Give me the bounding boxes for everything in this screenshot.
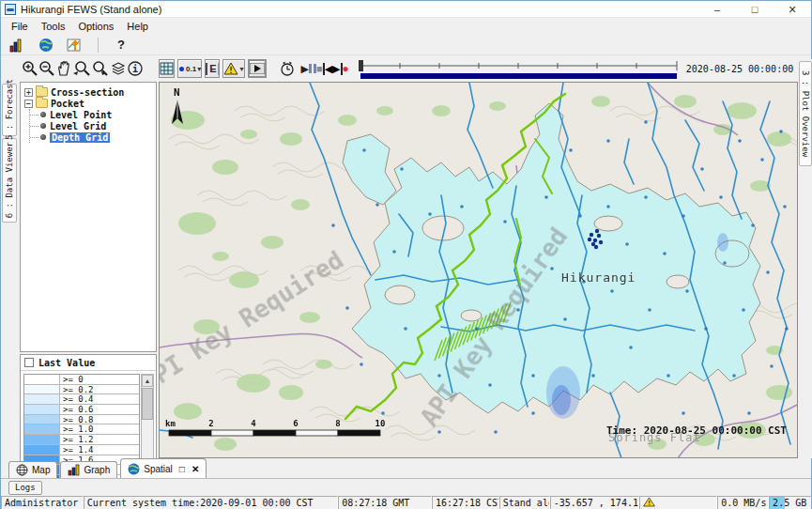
tab-forecast[interactable]: 5 : Forecast (2, 84, 17, 136)
menu-help[interactable]: Help (120, 19, 155, 34)
tree-node-pocket[interactable]: − Pocket (21, 98, 156, 109)
minimize-button[interactable]: – (698, 1, 736, 17)
legend-row: >= 1.2 (24, 435, 139, 445)
collapse-icon[interactable]: − (24, 100, 33, 108)
svg-text:!: ! (229, 66, 234, 75)
menu-file[interactable]: File (5, 19, 35, 34)
legend-color-swatch (24, 435, 60, 444)
legend-color-swatch (24, 405, 60, 414)
tab-close-icon[interactable]: ✕ (192, 464, 199, 474)
status-bar: Administrator Current system time:2020-0… (1, 496, 811, 509)
spatial-display-globe-icon[interactable] (36, 35, 55, 54)
scroll-up-icon[interactable]: ▲ (142, 375, 153, 387)
pan-hand-icon[interactable] (55, 59, 72, 79)
tab-maximize-icon[interactable]: □ (179, 464, 185, 474)
node-bullet-icon (40, 134, 46, 140)
town-label: Hikurangi (561, 270, 636, 285)
folder-icon (36, 99, 48, 108)
timeline-span-bar (360, 73, 677, 79)
status-memory-gauge: 2.5 GB (769, 496, 811, 509)
explorer-panel: + Cross-section − Pocket Level Point (18, 82, 159, 458)
scroll-thumb[interactable] (142, 388, 153, 420)
svg-text:10: 10 (375, 419, 386, 428)
legend-row: >= 0.8 (24, 415, 139, 425)
stop-button[interactable]: ■ (316, 63, 323, 74)
tab-graph[interactable]: Graph (60, 461, 117, 478)
svg-text:i: i (132, 64, 138, 74)
node-bullet-icon (40, 123, 46, 129)
pause-button[interactable] (309, 64, 316, 73)
svg-text:N: N (174, 86, 180, 99)
menu-tools[interactable]: Tools (35, 19, 72, 34)
legend-color-swatch (24, 375, 60, 384)
tab-map[interactable]: Map (8, 461, 57, 478)
legend-value-label: >= 0.4 (60, 394, 139, 404)
play-button[interactable]: ▶ (301, 63, 309, 75)
status-user: Administrator (1, 496, 84, 509)
map-time-label: Time: 2020-08-25 00:00:00 CST (606, 424, 787, 437)
contour-threshold-dropdown[interactable]: 0.1 ▾ (177, 59, 202, 78)
info-icon[interactable]: i (127, 59, 144, 79)
zoom-in-icon[interactable] (22, 59, 38, 79)
animation-timer-icon[interactable] (279, 59, 296, 79)
legend-value-label: >= 1.0 (60, 424, 139, 434)
legend-color-swatch (24, 394, 60, 404)
tree-node-depth-grid-selected[interactable]: Depth Grid (30, 131, 156, 143)
svg-text:2: 2 (208, 419, 213, 428)
zoom-out-icon[interactable] (38, 59, 55, 79)
seek-start-button[interactable]: ◀ (323, 63, 332, 75)
timeseries-chart-icon[interactable] (65, 35, 84, 54)
timeline-date-label: 2020-08-25 00:00:00 CST (686, 64, 812, 74)
legend-color-swatch (24, 445, 60, 455)
tree-node-level-grid[interactable]: Level Grid (30, 120, 156, 131)
seek-end-button[interactable]: ▶ (332, 63, 342, 75)
svg-text:km: km (165, 419, 176, 428)
main-toolbar: ? (1, 35, 811, 55)
map-toolbar: i 0.1 ▾ E ! ▾ ▶ ■ ◀ ▶ ● (1, 55, 811, 82)
legend-color-swatch (24, 424, 60, 434)
svg-text:6: 6 (293, 419, 298, 428)
status-gmt-time: 08:27:18 GMT (338, 496, 432, 509)
status-warning[interactable]: ! (639, 496, 717, 509)
node-bullet-icon (40, 112, 46, 117)
thresholds-warning-dropdown[interactable]: ! ▾ (222, 59, 244, 78)
legend-row: >= 0.6 (24, 405, 139, 415)
expand-icon[interactable]: + (24, 88, 33, 97)
status-transfer-rate: 0.0 MB/s (717, 496, 769, 509)
threshold-value: 0.1 (186, 65, 196, 73)
title-bar: Hikurangi FEWS (Stand alone) – □ ✕ (1, 1, 811, 18)
legend-value-label: >= 0.2 (60, 385, 139, 394)
layers-icon[interactable] (110, 59, 127, 79)
logs-row: Logs (1, 478, 811, 496)
data-tree: + Cross-section − Pocket Level Point (20, 82, 157, 352)
legend-row: >= 1.4 (24, 445, 139, 455)
left-dock-strip: 5 : Forecast 6 : Data Viewer (1, 82, 18, 458)
svg-text:8: 8 (335, 419, 340, 428)
map-view[interactable]: API Key Required API Key Required N Hiku… (159, 82, 798, 458)
legend-row: >= 0.2 (24, 385, 139, 395)
help-button[interactable]: ? (112, 38, 130, 52)
zoom-previous-icon[interactable] (72, 59, 91, 79)
toolbar-separator (98, 38, 99, 53)
zoom-next-icon[interactable] (91, 59, 110, 79)
warning-icon: ! (643, 497, 655, 507)
tree-node-level-point[interactable]: Level Point (30, 109, 156, 120)
animation-movie-button[interactable] (248, 59, 267, 78)
grid-display-button[interactable] (159, 59, 175, 78)
tab-plot-overview[interactable]: 3 : Plot Overview (799, 61, 812, 166)
label-tool-button[interactable]: E (205, 59, 220, 78)
time-slider[interactable] (357, 57, 681, 80)
last-value-label: Last Value (38, 358, 95, 368)
legend-value-label: >= 0.8 (60, 415, 139, 424)
tab-data-viewer[interactable]: 6 : Data Viewer (2, 138, 17, 223)
record-button[interactable]: ● (343, 62, 349, 75)
logs-button[interactable]: Logs (8, 481, 42, 495)
tab-spatial[interactable]: Spatial □ ✕ (120, 458, 207, 478)
close-button[interactable]: ✕ (774, 1, 811, 17)
menu-options[interactable]: Options (71, 19, 120, 34)
maximize-button[interactable]: □ (736, 1, 774, 17)
database-explorer-icon[interactable] (7, 35, 26, 54)
warning-icon: ! (223, 62, 238, 75)
last-value-checkbox[interactable] (24, 358, 34, 367)
application-window: Hikurangi FEWS (Stand alone) – □ ✕ FileT… (0, 0, 812, 509)
